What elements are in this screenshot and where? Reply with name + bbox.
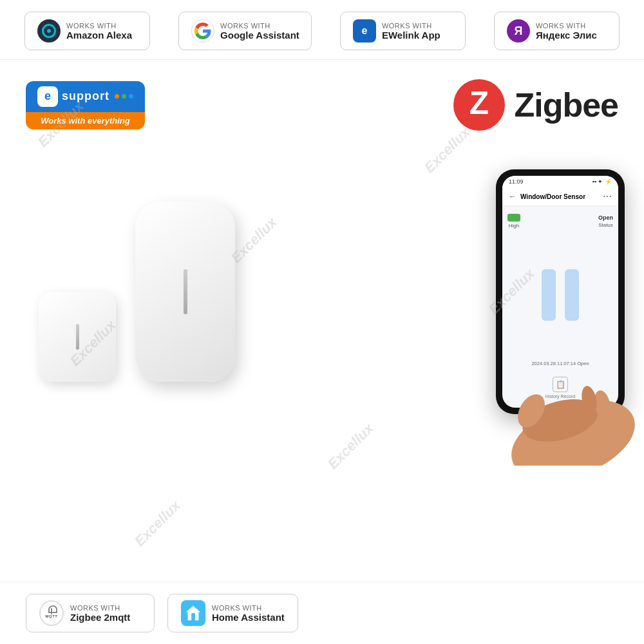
esupport-tagline: Works with everything bbox=[26, 112, 145, 129]
alexa-icon bbox=[37, 19, 61, 43]
ewelink-icon: e bbox=[352, 19, 377, 43]
phone-app-title: Window/Door Sensor bbox=[520, 193, 599, 200]
antenna-icon bbox=[51, 608, 52, 614]
badge-ha: WORKS WITH Home Assistant bbox=[167, 594, 298, 632]
alexa-works-label: WORKS WITH bbox=[66, 22, 132, 30]
google-badge-text: WORKS WITH Google Assistant bbox=[220, 22, 299, 41]
sensor-bar-left bbox=[542, 269, 556, 321]
top-badges-row: WORKS WITH Amazon Alexa WORKS WITH Googl… bbox=[0, 0, 644, 60]
yandex-badge-text: WORKS WITH Яндекс Элис bbox=[536, 22, 597, 41]
z2m-badge-text: WORKS WITH Zigbee 2mqtt bbox=[70, 604, 130, 623]
bottom-badges-row: MQTT WORKS WITH Zigbee 2mqtt WORKS WITH … bbox=[0, 582, 644, 644]
esupport-label: support bbox=[62, 90, 109, 103]
product-section: 11:09 ▪▪ ✦ ⚡ ← Window/Door Sensor ⋯ bbox=[0, 137, 644, 446]
zigbee-logo: Z Zigbee bbox=[453, 79, 618, 131]
phone-status-row: High Open Status bbox=[507, 211, 613, 231]
logos-row: e support Works with everything Z Zigbee bbox=[0, 60, 644, 137]
zigbee-z-icon: Z bbox=[453, 79, 505, 131]
sensor-small-indicator bbox=[76, 324, 79, 350]
ewelink-name-label: EWelink App bbox=[382, 30, 440, 41]
yandex-works-label: WORKS WITH bbox=[536, 22, 597, 30]
esupport-dots bbox=[115, 94, 133, 99]
z2m-works-label: WORKS WITH bbox=[70, 604, 130, 612]
battery-indicator bbox=[507, 214, 520, 222]
ewelink-works-label: WORKS WITH bbox=[382, 22, 440, 30]
ha-house-icon bbox=[184, 604, 202, 622]
google-works-label: WORKS WITH bbox=[220, 22, 299, 30]
google-name-label: Google Assistant bbox=[220, 30, 299, 41]
esupport-e-icon: e bbox=[37, 86, 58, 107]
ha-badge-text: WORKS WITH Home Assistant bbox=[212, 604, 285, 623]
hand-svg bbox=[483, 363, 644, 466]
badge-alexa: WORKS WITH Amazon Alexa bbox=[24, 12, 150, 50]
badge-ewelink: e WORKS WITH EWelink App bbox=[340, 12, 466, 50]
badge-z2m: MQTT WORKS WITH Zigbee 2mqtt bbox=[26, 594, 155, 632]
phone-header: ← Window/Door Sensor ⋯ bbox=[502, 187, 618, 206]
battery-status: High bbox=[507, 214, 520, 229]
ha-works-label: WORKS WITH bbox=[212, 604, 285, 612]
alexa-badge-text: WORKS WITH Amazon Alexa bbox=[66, 22, 132, 41]
sensor-bar-right bbox=[565, 269, 579, 321]
ha-icon bbox=[181, 601, 205, 625]
phone-signal-icons: ▪▪ ✦ ⚡ bbox=[592, 178, 612, 185]
badge-yandex: Я WORKS WITH Яндекс Элис bbox=[494, 12, 620, 50]
open-label: Open bbox=[598, 214, 613, 221]
ha-name-label: Home Assistant bbox=[212, 612, 285, 623]
sensor-small bbox=[39, 292, 116, 382]
phone-status-bar: 11:09 ▪▪ ✦ ⚡ bbox=[502, 176, 618, 187]
phone-container: 11:09 ▪▪ ✦ ⚡ ← Window/Door Sensor ⋯ bbox=[496, 169, 625, 414]
alexa-name-label: Amazon Alexa bbox=[66, 30, 132, 41]
z2m-name-label: Zigbee 2mqtt bbox=[70, 612, 130, 623]
yandex-icon: Я bbox=[506, 19, 531, 43]
google-icon bbox=[191, 19, 215, 43]
badge-google: WORKS WITH Google Assistant bbox=[178, 12, 312, 50]
z2m-icon: MQTT bbox=[39, 601, 64, 625]
sensor-visual bbox=[507, 235, 613, 354]
yandex-name-label: Яндекс Элис bbox=[536, 30, 597, 41]
sensors-group bbox=[39, 202, 483, 382]
esupport-top: e support bbox=[26, 81, 145, 112]
svg-text:Z: Z bbox=[469, 85, 489, 121]
esupport-logo: e support Works with everything bbox=[26, 81, 145, 129]
phone-time: 11:09 bbox=[509, 178, 524, 185]
status-sub: Status bbox=[598, 222, 613, 228]
battery-label: High bbox=[509, 223, 519, 229]
svg-rect-8 bbox=[191, 613, 195, 617]
phone-menu-icon: ⋯ bbox=[603, 191, 612, 202]
back-arrow-icon: ← bbox=[509, 192, 516, 201]
phone-with-hand: 11:09 ▪▪ ✦ ⚡ ← Window/Door Sensor ⋯ bbox=[496, 169, 625, 414]
sensor-large bbox=[135, 202, 235, 382]
zigbee-text-label: Zigbee bbox=[514, 86, 618, 124]
open-status: Open Status bbox=[598, 214, 613, 228]
sensor-large-indicator bbox=[184, 269, 187, 314]
ewelink-badge-text: WORKS WITH EWelink App bbox=[382, 22, 440, 41]
